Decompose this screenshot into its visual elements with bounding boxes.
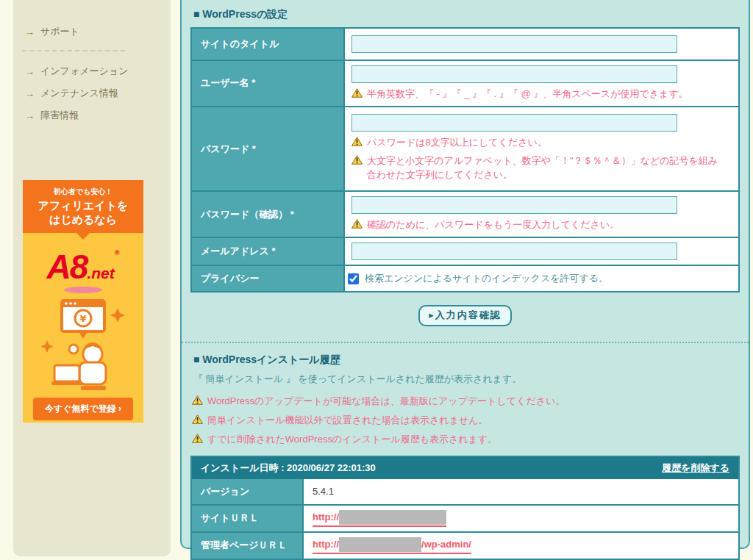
site-url-label: サイトＵＲＬ	[192, 506, 304, 531]
password-note-1: パスワードは8文字以上にしてください。	[351, 136, 732, 150]
sidebar: → サポート → インフォメーション → メンテナンス情報 → 障害情報 初心者…	[13, 0, 171, 556]
a8net-logo: A8.net®	[23, 250, 143, 284]
admin-url-label: 管理者ページＵＲＬ	[192, 533, 304, 559]
table-row: 管理者ページＵＲＬ http:///wp-admin/	[192, 533, 738, 560]
version-label: バージョン	[192, 479, 304, 504]
sidebar-item-label: メンテナンス情報	[40, 87, 118, 100]
sidebar-divider	[22, 50, 125, 51]
link-text: http://	[313, 511, 339, 523]
privacy-checkbox-label: 検索エンジンによるサイトのインデックスを許可する。	[365, 272, 608, 285]
warning-icon	[351, 88, 363, 98]
email-input[interactable]	[351, 243, 677, 260]
link-text: /wp-admin/	[421, 539, 471, 550]
note-text: WordPressのアップデートが可能な場合は、最新版にアップデートしてください…	[207, 395, 565, 409]
install-datetime: インストール日時 : 2020/06/27 22:01:30	[201, 462, 376, 475]
logo-net-text: .net	[87, 265, 114, 281]
confirm-input-button[interactable]: ▸入力内容確認	[418, 305, 512, 326]
redacted-admin-url	[339, 537, 421, 552]
sidebar-item-maintenance[interactable]: → メンテナンス情報	[25, 87, 171, 100]
sidebar-item-support[interactable]: → サポート	[25, 25, 171, 38]
ad-headline-small: 初心者でも安心！	[26, 187, 140, 197]
svg-text:¥: ¥	[79, 313, 86, 324]
username-note: 半角英数字、『 - 』『 _ 』『 . 』『 @ 』、半角スペースが使用できます…	[351, 87, 732, 101]
password-label: パスワード *	[192, 107, 345, 191]
section-divider	[182, 342, 749, 343]
note-text: パスワードは8文字以上にしてください。	[367, 136, 547, 150]
warning-icon	[192, 434, 203, 443]
install-history-description: 『 簡単インストール 』 を使ってインストールされた履歴が表示されます。	[193, 373, 740, 386]
password-input[interactable]	[351, 114, 677, 132]
arrow-icon: →	[25, 110, 35, 121]
warning-icon	[351, 219, 363, 229]
version-value: 5.4.1	[313, 486, 334, 497]
arrow-icon: →	[25, 88, 35, 99]
site-title-label: サイトのタイトル	[192, 29, 345, 60]
table-row: ユーザー名 * 半角英数字、『 - 』『 _ 』『 . 』『 @ 』、半角スペー…	[192, 61, 738, 107]
wordpress-settings-title: ■ WordPressの設定	[193, 8, 740, 21]
arrow-icon: →	[25, 26, 35, 37]
wordpress-settings-table: サイトのタイトル ユーザー名 * 半角英数字、『 - 』『 _ 』『 . 』『 …	[190, 27, 740, 292]
page: { "sidebar": { "items": [ { "label": "サポ…	[0, 0, 753, 560]
username-label: ユーザー名 *	[192, 61, 345, 106]
sidebar-item-label: 障害情報	[40, 109, 79, 122]
sidebar-item-information[interactable]: → インフォメーション	[25, 65, 171, 78]
history-notes: WordPressのアップデートが可能な場合は、最新版にアップデートしてください…	[192, 395, 740, 447]
warning-icon	[351, 155, 363, 165]
sidebar-item-label: インフォメーション	[40, 65, 128, 78]
ad-headline: 初心者でも安心！ アフィリエイトを はじめるなら	[23, 180, 143, 233]
install-history-table: インストール日時 : 2020/06/27 22:01:30 履歴を削除する バ…	[190, 456, 740, 560]
ad-headline-line2: はじめるなら	[26, 213, 140, 227]
table-row: バージョン 5.4.1	[192, 479, 738, 506]
warning-icon	[192, 414, 203, 424]
table-row: パスワード * パスワードは8文字以上にしてください。 大文字と小文字のアルファ…	[192, 107, 738, 193]
logo-registered-mark: ®	[115, 249, 120, 256]
arrow-icon: →	[25, 66, 35, 77]
table-row: サイトＵＲＬ http://	[192, 506, 738, 533]
delete-history-link[interactable]: 履歴を削除する	[662, 462, 729, 475]
link-text: http://	[313, 539, 339, 550]
note-text: 確認のために、パスワードをもう一度入力してください。	[367, 218, 619, 232]
table-row: サイトのタイトル	[192, 29, 738, 61]
password-note-2: 大文字と小文字のアルファベット、数字や「！"？＄％＾＆）」などの記号を組み合わせ…	[351, 154, 727, 182]
a8net-ad-banner[interactable]: 初心者でも安心！ アフィリエイトを はじめるなら A8.net® ¥	[23, 180, 143, 423]
redacted-site-url	[339, 510, 446, 525]
table-row: プライバシー 検索エンジンによるサイトのインデックスを許可する。	[192, 266, 738, 291]
history-note: 簡単インストール機能以外で設置された場合は表示されません。	[192, 414, 740, 428]
password-confirm-input[interactable]	[351, 196, 677, 214]
history-table-header: インストール日時 : 2020/06/27 22:01:30 履歴を削除する	[192, 457, 738, 479]
site-url-link[interactable]: http://	[313, 510, 446, 527]
button-arrow-icon: ▸	[429, 309, 435, 320]
logo-shadow-ellipse	[64, 287, 102, 293]
privacy-checkbox[interactable]	[348, 273, 359, 284]
install-history-title: ■ WordPressインストール履歴	[193, 353, 740, 367]
submit-row: ▸入力内容確認	[190, 305, 740, 326]
main-panel: ■ WordPressの設定 サイトのタイトル ユーザー名 * 半角英数字、『 …	[180, 0, 750, 549]
privacy-label: プライバシー	[192, 266, 345, 291]
history-note: WordPressのアップデートが可能な場合は、最新版にアップデートしてください…	[192, 395, 740, 409]
sidebar-item-label: サポート	[40, 25, 79, 38]
password-confirm-label: パスワード（確認） *	[192, 192, 345, 237]
ad-pointer-triangle	[76, 233, 90, 240]
note-text: 半角英数字、『 - 』『 _ 』『 . 』『 @ 』、半角スペースが使用できます…	[367, 87, 688, 101]
ad-register-button[interactable]: 今すぐ無料で登録 ›	[33, 398, 133, 420]
table-row: パスワード（確認） * 確認のために、パスワードをもう一度入力してください。	[192, 192, 738, 238]
laptop-icon	[54, 365, 79, 381]
username-input[interactable]	[351, 65, 677, 83]
table-row: メールアドレス *	[192, 238, 738, 266]
logo-a8-text: A8	[47, 248, 88, 286]
button-label: 入力内容確認	[435, 309, 502, 320]
email-label: メールアドレス *	[192, 238, 345, 265]
password-confirm-note: 確認のために、パスワードをもう一度入力してください。	[351, 218, 732, 232]
note-text: すでに削除されたWordPressのインストール履歴も表示されます。	[207, 433, 497, 447]
sidebar-item-trouble[interactable]: → 障害情報	[25, 109, 171, 122]
warning-icon	[351, 137, 363, 146]
note-text: 簡単インストール機能以外で設置された場合は表示されません。	[207, 414, 488, 428]
note-text: 大文字と小文字のアルファベット、数字や「！"？＄％＾＆）」などの記号を組み合わせ…	[367, 154, 727, 182]
ad-headline-line1: アフィリエイトを	[26, 199, 140, 213]
admin-url-link[interactable]: http:///wp-admin/	[313, 537, 471, 554]
warning-icon	[192, 395, 203, 405]
site-title-input[interactable]	[351, 35, 677, 53]
history-note: すでに削除されたWordPressのインストール履歴も表示されます。	[192, 433, 740, 447]
ad-illustration: ¥	[35, 298, 131, 392]
